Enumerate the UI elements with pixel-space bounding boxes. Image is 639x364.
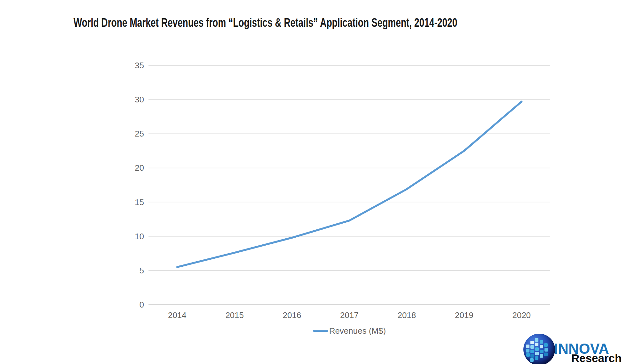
x-axis-label: 2017	[340, 310, 359, 320]
globe-mosaic-tile	[535, 347, 539, 351]
legend-line-swatch	[313, 330, 328, 332]
globe-mosaic-tile	[530, 358, 534, 362]
globe-mosaic-tile	[544, 348, 548, 352]
globe-mosaic-tile	[530, 354, 534, 358]
x-axis-label: 2016	[283, 310, 301, 320]
globe-mosaic-tile	[540, 354, 543, 358]
globe-mosaic-tile	[526, 345, 529, 348]
legend-label: Revenues (M$)	[329, 326, 386, 336]
globe-mosaic-tile	[530, 345, 534, 349]
globe-mosaic-tile	[540, 345, 543, 348]
globe-mosaic-tile	[535, 356, 538, 360]
globe-mosaic-tile	[544, 343, 548, 347]
globe-mosaic-tile	[535, 338, 538, 342]
innova-research-logo: INNOVA Research	[522, 332, 631, 364]
globe-mosaic-tile	[530, 350, 534, 353]
x-axis-label: 2018	[398, 310, 416, 320]
globe-mosaic-tile	[526, 349, 529, 353]
innova-globe-icon	[523, 334, 555, 364]
chart-legend: Revenues (M$)	[148, 325, 550, 336]
y-axis-label: 0	[140, 300, 144, 309]
y-axis-label: 20	[135, 163, 144, 173]
x-axis-label: 2015	[225, 310, 244, 320]
x-axis-label: 2020	[512, 310, 531, 320]
globe-mosaic-tile	[530, 341, 534, 344]
y-axis-label: 15	[135, 197, 144, 207]
globe-mosaic-tile	[544, 353, 548, 356]
revenue-line-series	[177, 102, 521, 267]
x-axis-label: 2014	[168, 310, 186, 320]
slide-canvas: World Drone Market Revenues from “Logist…	[0, 0, 639, 364]
globe-mosaic-tile	[526, 353, 530, 357]
y-axis-label: 30	[135, 95, 144, 104]
globe-mosaic-tile	[540, 350, 544, 353]
x-axis-label: 2019	[455, 310, 474, 320]
y-axis-label: 35	[135, 61, 144, 70]
y-axis-label: 10	[135, 232, 144, 241]
globe-mosaic-tile	[535, 343, 538, 346]
y-axis-label: 5	[140, 266, 144, 275]
globe-mosaic-tile	[540, 340, 543, 344]
globe-mosaic-tile	[535, 352, 539, 355]
line-chart: 0510152025303520142015201620172018201920…	[0, 0, 639, 364]
logo-text-research: Research	[571, 352, 622, 364]
y-axis-label: 25	[135, 129, 144, 138]
